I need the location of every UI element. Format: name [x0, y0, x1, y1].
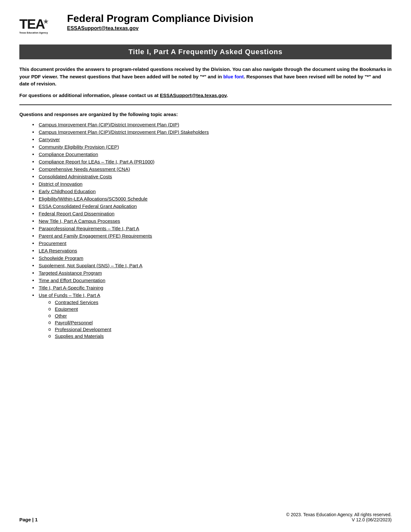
sub-topics-list: Contracted Services Equipment Other Payr… [39, 300, 392, 339]
list-item: LEA Reservations [32, 248, 392, 253]
contact-text: For questions or additional information,… [19, 93, 160, 98]
list-item: Time and Effort Documentation [32, 278, 392, 283]
topic-link-federal-report[interactable]: Federal Report Card Dissemination [39, 211, 114, 216]
list-item: Parent and Family Engagement (PFE) Requi… [32, 233, 392, 239]
topic-link-compliance-doc[interactable]: Compliance Documentation [39, 152, 98, 157]
page-number: Page | 1 [19, 517, 38, 522]
topic-link-use-of-funds[interactable]: Use of Funds – Title I, Part A [39, 292, 100, 298]
topic-link-time-effort[interactable]: Time and Effort Documentation [39, 278, 105, 283]
list-item: Consolidated Administrative Costs [32, 174, 392, 179]
list-item: Targeted Assistance Program [32, 270, 392, 276]
logo-letter-a: A ★ [35, 17, 45, 31]
list-item: Eligibility/Within-LEA Allocations/SC500… [32, 196, 392, 202]
footer-copyright: © 2023. Texas Education Agency. All righ… [286, 512, 392, 522]
list-item: Campus Improvement Plan (CIP)/District I… [32, 129, 392, 135]
topic-link-compliance-report[interactable]: Compliance Report for LEAs – Title I, Pa… [39, 159, 154, 164]
list-item: Equipment [48, 306, 392, 312]
sub-topic-professional-development[interactable]: Professional Development [55, 327, 111, 332]
list-item: Community Eligibility Provision (CEP) [32, 144, 392, 150]
title-banner: Title I, Part A Frequently Asked Questio… [19, 44, 392, 59]
list-item: Title I, Part A-Specific Training [32, 285, 392, 291]
list-item: Carryover [32, 137, 392, 142]
sub-topic-contracted-services[interactable]: Contracted Services [55, 300, 98, 305]
list-item: Comprehensive Needs Assessment (CNA) [32, 166, 392, 172]
list-item: Procurement [32, 241, 392, 246]
logo-area: T E A ★ Texas Education Agency [19, 13, 61, 38]
contact-period: . [227, 93, 228, 98]
list-item: Schoolwide Program [32, 255, 392, 261]
sub-topic-other[interactable]: Other [55, 313, 67, 319]
section-divider [19, 104, 392, 105]
list-item: Contracted Services [48, 300, 392, 305]
topic-link-schoolwide[interactable]: Schoolwide Program [39, 255, 83, 261]
topic-link-cna[interactable]: Comprehensive Needs Assessment (CNA) [39, 166, 130, 172]
list-item: Professional Development [48, 327, 392, 332]
topic-link-title-training[interactable]: Title I, Part A-Specific Training [39, 285, 103, 291]
list-item: Compliance Report for LEAs – Title I, Pa… [32, 159, 392, 164]
topics-heading: Questions and responses are organized by… [19, 112, 392, 117]
version-text: V 12.0 (06/22/2023) [286, 517, 392, 522]
list-item: Supplement, Not Supplant (SNS) – Title I… [32, 263, 392, 268]
topics-list: Campus Improvement Plan (CIP)/District I… [19, 122, 392, 339]
topic-link-procurement[interactable]: Procurement [39, 241, 66, 246]
list-item: Supplies and Materials [48, 333, 392, 339]
topic-link-consolidated-admin[interactable]: Consolidated Administrative Costs [39, 174, 112, 179]
list-item: Use of Funds – Title I, Part A Contracte… [32, 292, 392, 339]
topic-link-cep[interactable]: Community Eligibility Provision (CEP) [39, 144, 119, 150]
topic-link-essa-consolidated[interactable]: ESSA Consolidated Federal Grant Applicat… [39, 203, 137, 209]
list-item: District of Innovation [32, 181, 392, 187]
topic-link-paraprofessional[interactable]: Paraprofessional Requirements – Title I,… [39, 226, 139, 231]
topic-link-eligibility[interactable]: Eligibility/Within-LEA Allocations/SC500… [39, 196, 148, 202]
division-title: Federal Program Compliance Division [67, 13, 392, 24]
topic-link-parent-family[interactable]: Parent and Family Engagement (PFE) Requi… [39, 233, 152, 239]
sub-topic-equipment[interactable]: Equipment [55, 306, 78, 312]
page-footer: Page | 1 © 2023. Texas Education Agency.… [19, 512, 392, 522]
list-item: Campus Improvement Plan (CIP)/District I… [32, 122, 392, 127]
topic-link-carryover[interactable]: Carryover [39, 137, 60, 142]
list-item: Federal Report Card Dissemination [32, 211, 392, 216]
list-item: Paraprofessional Requirements – Title I,… [32, 226, 392, 231]
sub-topic-payroll[interactable]: Payroll/Personnel [55, 320, 93, 325]
list-item: Early Childhood Education [32, 189, 392, 194]
topic-link-lea-reservations[interactable]: LEA Reservations [39, 248, 77, 253]
contact-line: For questions or additional information,… [19, 93, 392, 98]
page-header: T E A ★ Texas Education Agency Federal P… [19, 13, 392, 38]
header-email[interactable]: ESSASupport@tea.texas.gov [67, 25, 392, 31]
topic-link-cip-stakeholders[interactable]: Campus Improvement Plan (CIP)/District I… [39, 129, 209, 135]
intro-paragraph: This document provides the answers to pr… [19, 66, 392, 88]
tea-logo: T E A ★ Texas Education Agency [19, 13, 61, 38]
header-text-block: Federal Program Compliance Division ESSA… [67, 13, 392, 31]
logo-letter-t: T [19, 17, 27, 31]
list-item: Payroll/Personnel [48, 320, 392, 325]
logo-letter-e: E [27, 17, 35, 31]
topic-link-district-innovation[interactable]: District of Innovation [39, 181, 83, 187]
list-item: New Title I, Part A Campus Processes [32, 218, 392, 224]
topic-link-sns[interactable]: Supplement, Not Supplant (SNS) – Title I… [39, 263, 142, 268]
topic-link-cip[interactable]: Campus Improvement Plan (CIP)/District I… [39, 122, 179, 127]
copyright-text: © 2023. Texas Education Agency. All righ… [286, 512, 392, 517]
intro-blue-text: blue font [223, 74, 244, 79]
topic-link-early-childhood[interactable]: Early Childhood Education [39, 189, 96, 194]
topic-link-targeted-assistance[interactable]: Targeted Assistance Program [39, 270, 102, 276]
list-item: Other [48, 313, 392, 319]
contact-email[interactable]: ESSASupport@tea.texas.gov [160, 93, 227, 98]
list-item: ESSA Consolidated Federal Grant Applicat… [32, 203, 392, 209]
list-item: Compliance Documentation [32, 152, 392, 157]
sub-topic-supplies[interactable]: Supplies and Materials [55, 333, 104, 339]
logo-agency-name: Texas Education Agency [19, 32, 48, 34]
topic-link-new-title[interactable]: New Title I, Part A Campus Processes [39, 218, 120, 224]
